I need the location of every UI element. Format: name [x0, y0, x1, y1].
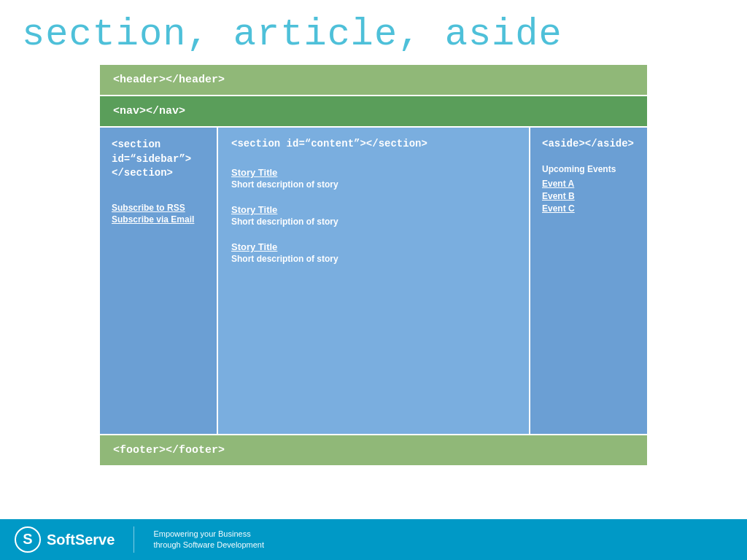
diagram-container: <header></header> <nav></nav> <sectionid…	[100, 65, 647, 465]
story-block-3: Story Title Short description of story	[231, 241, 516, 264]
aside-column: <aside></aside> Upcoming Events Event A …	[530, 128, 647, 434]
event-b-link[interactable]: Event B	[542, 191, 635, 201]
story-desc-1: Short description of story	[231, 179, 516, 190]
sidebar-tag: <sectionid=“sidebar”></section>	[112, 138, 205, 181]
story-desc-2: Short description of story	[231, 217, 516, 227]
content-tag: <section id=“content”></section>	[231, 138, 516, 149]
email-link[interactable]: Subscribe via Email	[112, 214, 205, 225]
event-c-link[interactable]: Event C	[542, 203, 635, 214]
svg-text:S: S	[23, 531, 32, 547]
brand-divider	[133, 526, 134, 553]
brand-logo: S SoftServe	[15, 526, 115, 553]
brand-bar: S SoftServe Empowering your Business thr…	[0, 519, 747, 560]
footer-bar: <footer></footer>	[100, 435, 647, 465]
story-title-2: Story Title	[231, 204, 516, 215]
softserve-logo-icon: S	[15, 526, 41, 553]
aside-tag: <aside></aside>	[542, 138, 635, 149]
story-title-3: Story Title	[231, 241, 516, 252]
page-title: section, article, aside	[0, 0, 747, 65]
rss-link[interactable]: Subscribe to RSS	[112, 203, 205, 213]
brand-tagline: Empowering your Business through Softwar…	[153, 529, 264, 551]
sidebar-links: Subscribe to RSS Subscribe via Email	[112, 203, 205, 225]
content-row: <sectionid=“sidebar”></section> Subscrib…	[100, 128, 647, 434]
story-block-2: Story Title Short description of story	[231, 204, 516, 227]
header-bar: <header></header>	[100, 65, 647, 95]
story-title-1: Story Title	[231, 167, 516, 178]
event-a-link[interactable]: Event A	[542, 179, 635, 189]
story-block-1: Story Title Short description of story	[231, 167, 516, 190]
upcoming-events-label: Upcoming Events	[542, 164, 635, 174]
brand-name: SoftServe	[47, 532, 115, 548]
sidebar-column: <sectionid=“sidebar”></section> Subscrib…	[100, 128, 217, 434]
story-desc-3: Short description of story	[231, 254, 516, 264]
nav-bar: <nav></nav>	[100, 96, 647, 126]
main-content-column: <section id=“content”></section> Story T…	[218, 128, 529, 434]
